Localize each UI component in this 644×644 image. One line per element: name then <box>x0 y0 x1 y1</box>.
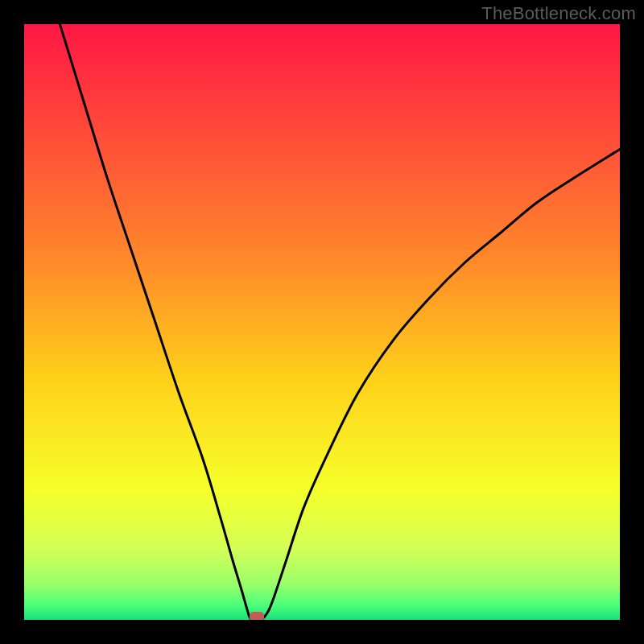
chart-frame: TheBottleneck.com <box>0 0 644 644</box>
chart-svg <box>24 24 620 620</box>
plot-area <box>24 24 620 620</box>
gradient-background <box>24 24 620 620</box>
watermark-text: TheBottleneck.com <box>481 3 636 24</box>
optimal-point-marker <box>250 612 264 620</box>
